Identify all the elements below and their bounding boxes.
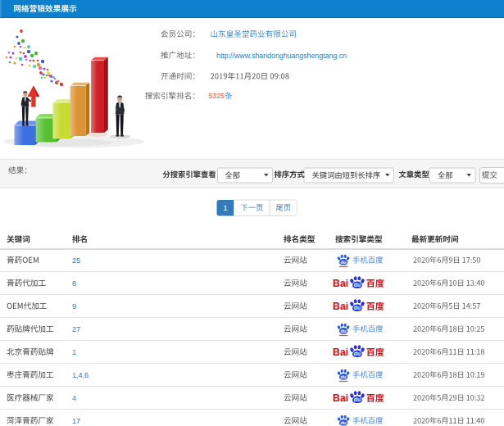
svg-text:4: 4 bbox=[72, 394, 76, 402]
svg-text:du: du bbox=[341, 420, 347, 425]
svg-text:du: du bbox=[354, 351, 361, 356]
svg-text:du: du bbox=[341, 374, 347, 379]
svg-text:du: du bbox=[354, 397, 361, 402]
svg-text:17: 17 bbox=[72, 417, 80, 425]
svg-text:1,4,6: 1,4,6 bbox=[72, 371, 89, 379]
svg-text:du: du bbox=[341, 260, 347, 265]
svg-text:27: 27 bbox=[72, 325, 80, 333]
svg-text:8: 8 bbox=[72, 279, 76, 288]
svg-text:1: 1 bbox=[223, 203, 227, 212]
svg-text:25: 25 bbox=[72, 256, 80, 265]
svg-text:1: 1 bbox=[72, 348, 76, 356]
svg-text:du: du bbox=[354, 282, 361, 288]
svg-text:Bai: Bai bbox=[333, 301, 348, 312]
svg-text:http://www.shandonghuangshengt: http://www.shandonghuangshengtang.cn bbox=[216, 52, 347, 60]
svg-text:9: 9 bbox=[72, 302, 76, 310]
svg-text:Bai: Bai bbox=[333, 347, 348, 358]
svg-text:Bai: Bai bbox=[333, 392, 348, 404]
svg-text:du: du bbox=[341, 329, 347, 333]
svg-text:Bai: Bai bbox=[333, 278, 348, 289]
svg-text:5325: 5325 bbox=[209, 92, 225, 100]
svg-text:du: du bbox=[354, 305, 361, 310]
